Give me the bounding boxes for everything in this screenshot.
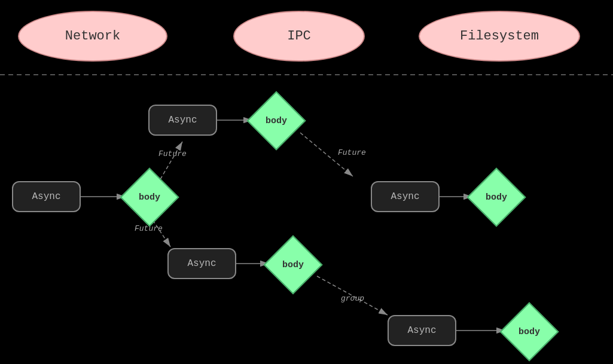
body4-node: body xyxy=(269,241,317,289)
diagram: Network IPC Filesystem Async Async Async… xyxy=(0,0,613,364)
async4-node: Async xyxy=(167,248,236,279)
body5-node: body xyxy=(505,308,553,356)
future1-label: Future xyxy=(158,149,187,158)
async3-node: Async xyxy=(371,181,440,212)
async5-label: Async xyxy=(407,325,436,336)
async1-node: Async xyxy=(148,105,217,136)
body1-node: body xyxy=(252,97,300,145)
async3-label: Async xyxy=(391,191,419,202)
async4-label: Async xyxy=(187,258,216,269)
body3-node: body xyxy=(472,173,520,221)
network-label: Network xyxy=(65,29,120,44)
body3-label: body xyxy=(486,192,507,203)
async2-label: Async xyxy=(32,191,60,202)
body2-label: body xyxy=(139,192,160,203)
ipc-label: IPC xyxy=(287,29,311,44)
body4-label: body xyxy=(282,260,304,270)
future3-label: Future xyxy=(135,224,163,233)
body5-label: body xyxy=(519,327,540,337)
group1-label: group xyxy=(341,294,364,303)
body2-node: body xyxy=(126,173,173,221)
async1-label: Async xyxy=(168,115,197,126)
ipc-node: IPC xyxy=(233,11,365,62)
filesystem-node: Filesystem xyxy=(419,11,580,62)
future2-label: Future xyxy=(338,148,366,157)
body1-label: body xyxy=(266,116,287,126)
async2-node: Async xyxy=(12,181,81,212)
network-node: Network xyxy=(18,11,167,62)
filesystem-label: Filesystem xyxy=(460,29,539,44)
async5-node: Async xyxy=(388,315,456,346)
